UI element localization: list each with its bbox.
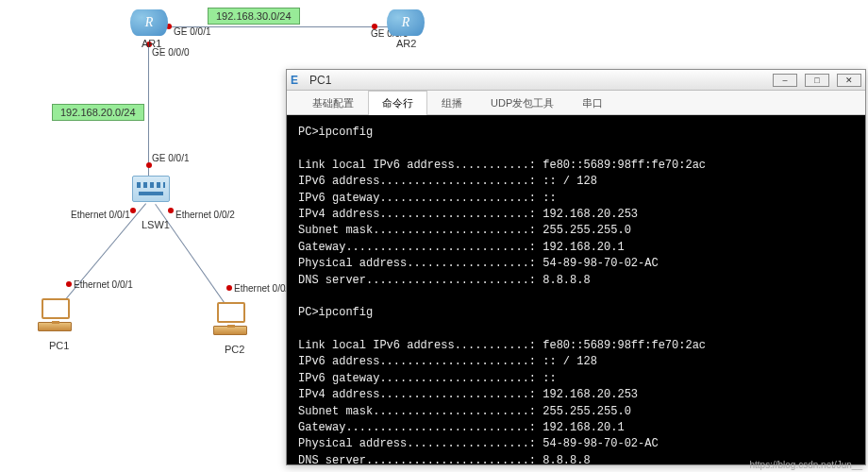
subnet-label-20: 192.168.20.0/24 <box>52 104 144 121</box>
switch-icon <box>132 176 170 202</box>
router-ar2[interactable]: R <box>387 9 425 36</box>
device-label-ar2: AR2 <box>396 38 416 49</box>
port-dot <box>226 285 232 291</box>
pc1-window[interactable]: E PC1 – □ ✕ 基础配置 命令行 组播 UDP发包工具 串口 PC>ip… <box>286 69 866 465</box>
pc-monitor-icon <box>217 302 245 323</box>
port-dot <box>66 281 72 287</box>
tab-command-line[interactable]: 命令行 <box>368 91 427 115</box>
router-icon: R <box>387 9 425 36</box>
tab-serial[interactable]: 串口 <box>568 91 617 115</box>
tab-udp-tool[interactable]: UDP发包工具 <box>476 91 568 115</box>
pc-monitor-icon <box>42 298 70 319</box>
port-dot <box>130 208 136 213</box>
link-ar1-lsw1 <box>148 42 149 178</box>
maximize-button[interactable]: □ <box>805 74 829 87</box>
router-icon: R <box>130 9 168 36</box>
port-label: GE 0/0/1 <box>174 26 210 37</box>
port-dot <box>168 208 174 213</box>
device-label-pc1: PC1 <box>49 340 69 351</box>
device-label-lsw1: LSW1 <box>142 219 170 230</box>
pc-pc1[interactable] <box>36 298 79 336</box>
switch-lsw1[interactable] <box>132 176 170 206</box>
terminal-output[interactable]: PC>ipconfig Link local IPv6 address.....… <box>287 115 865 464</box>
titlebar[interactable]: E PC1 – □ ✕ <box>287 70 865 91</box>
minimize-button[interactable]: – <box>773 74 797 87</box>
device-label-ar1: AR1 <box>142 38 161 49</box>
port-label: GE 0/0/1 <box>152 153 189 163</box>
port-label: Ethernet 0/0/1 <box>234 283 293 294</box>
port-label: Ethernet 0/0/1 <box>71 210 130 220</box>
port-label: Ethernet 0/0/1 <box>74 279 133 290</box>
window-title: PC1 <box>309 74 331 87</box>
subnet-label-30: 192.168.30.0/24 <box>208 8 300 25</box>
tab-bar: 基础配置 命令行 组播 UDP发包工具 串口 <box>287 91 865 115</box>
tab-multicast[interactable]: 组播 <box>427 91 476 115</box>
device-label-pc2: PC2 <box>225 344 244 355</box>
port-label: Ethernet 0/0/2 <box>175 210 235 220</box>
watermark: https://blog.csdn.net/Jun__ <box>749 460 862 470</box>
router-ar1[interactable]: R <box>130 9 168 36</box>
close-button[interactable]: ✕ <box>837 74 861 87</box>
pc-pc2[interactable] <box>211 302 255 340</box>
tab-basic-config[interactable]: 基础配置 <box>298 91 368 115</box>
app-icon: E <box>291 74 304 87</box>
